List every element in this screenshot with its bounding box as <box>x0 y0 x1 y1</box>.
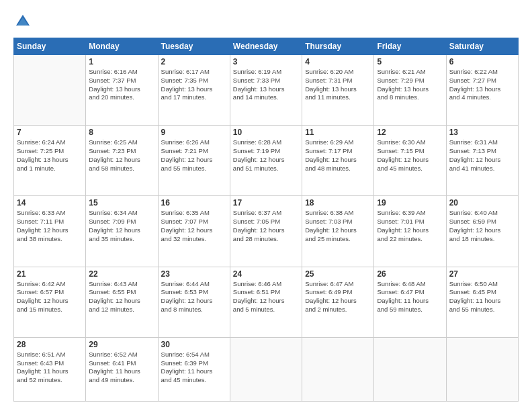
day-info: Sunrise: 6:17 AMSunset: 7:35 PMDaylight:… <box>161 68 227 102</box>
calendar-cell: 8Sunrise: 6:25 AMSunset: 7:23 PMDaylight… <box>86 126 158 196</box>
day-number: 2 <box>161 57 227 66</box>
calendar-cell <box>446 337 518 401</box>
day-number: 30 <box>161 340 227 349</box>
day-info: Sunrise: 6:21 AMSunset: 7:29 PMDaylight:… <box>377 68 443 102</box>
weekday-header-wednesday: Wednesday <box>230 38 302 55</box>
day-number: 14 <box>17 198 83 208</box>
day-info: Sunrise: 6:39 AMSunset: 7:01 PMDaylight:… <box>377 209 443 243</box>
day-info: Sunrise: 6:51 AMSunset: 6:43 PMDaylight:… <box>17 351 83 385</box>
day-info: Sunrise: 6:40 AMSunset: 6:59 PMDaylight:… <box>449 209 515 243</box>
calendar-cell: 7Sunrise: 6:24 AMSunset: 7:25 PMDaylight… <box>14 126 86 196</box>
day-info: Sunrise: 6:48 AMSunset: 6:47 PMDaylight:… <box>377 280 443 314</box>
day-info: Sunrise: 6:44 AMSunset: 6:53 PMDaylight:… <box>161 280 227 314</box>
day-number: 9 <box>161 128 227 137</box>
day-number: 3 <box>233 57 299 66</box>
weekday-header-sunday: Sunday <box>14 38 86 55</box>
weekday-header-monday: Monday <box>86 38 158 55</box>
day-info: Sunrise: 6:20 AMSunset: 7:31 PMDaylight:… <box>305 68 371 102</box>
calendar-cell: 25Sunrise: 6:47 AMSunset: 6:49 PMDayligh… <box>302 267 374 337</box>
day-info: Sunrise: 6:54 AMSunset: 6:39 PMDaylight:… <box>161 351 227 385</box>
day-info: Sunrise: 6:28 AMSunset: 7:19 PMDaylight:… <box>233 138 299 173</box>
header <box>13 12 519 31</box>
week-row-5: 28Sunrise: 6:51 AMSunset: 6:43 PMDayligh… <box>14 337 519 401</box>
calendar-cell <box>302 337 374 401</box>
day-number: 1 <box>89 57 154 66</box>
calendar-cell: 6Sunrise: 6:22 AMSunset: 7:27 PMDaylight… <box>446 55 518 126</box>
day-info: Sunrise: 6:30 AMSunset: 7:15 PMDaylight:… <box>377 138 443 173</box>
calendar-cell: 23Sunrise: 6:44 AMSunset: 6:53 PMDayligh… <box>158 267 230 337</box>
day-number: 20 <box>449 198 515 208</box>
day-info: Sunrise: 6:22 AMSunset: 7:27 PMDaylight:… <box>449 68 515 102</box>
day-info: Sunrise: 6:25 AMSunset: 7:23 PMDaylight:… <box>89 138 154 173</box>
calendar-cell: 18Sunrise: 6:38 AMSunset: 7:03 PMDayligh… <box>302 196 374 267</box>
calendar-cell: 26Sunrise: 6:48 AMSunset: 6:47 PMDayligh… <box>374 267 446 337</box>
calendar-table: SundayMondayTuesdayWednesdayThursdayFrid… <box>13 38 519 402</box>
day-info: Sunrise: 6:46 AMSunset: 6:51 PMDaylight:… <box>233 280 299 314</box>
day-info: Sunrise: 6:52 AMSunset: 6:41 PMDaylight:… <box>89 351 154 385</box>
day-info: Sunrise: 6:16 AMSunset: 7:37 PMDaylight:… <box>89 68 154 102</box>
page: SundayMondayTuesdayWednesdayThursdayFrid… <box>0 0 532 411</box>
day-number: 23 <box>161 269 227 279</box>
day-number: 27 <box>449 269 515 279</box>
day-info: Sunrise: 6:33 AMSunset: 7:11 PMDaylight:… <box>17 209 83 243</box>
day-number: 26 <box>377 269 443 279</box>
day-info: Sunrise: 6:34 AMSunset: 7:09 PMDaylight:… <box>89 209 154 243</box>
calendar-cell: 29Sunrise: 6:52 AMSunset: 6:41 PMDayligh… <box>86 337 158 401</box>
calendar-cell: 5Sunrise: 6:21 AMSunset: 7:29 PMDaylight… <box>374 55 446 126</box>
calendar-cell: 17Sunrise: 6:37 AMSunset: 7:05 PMDayligh… <box>230 196 302 267</box>
calendar-cell <box>374 337 446 401</box>
calendar-cell: 27Sunrise: 6:50 AMSunset: 6:45 PMDayligh… <box>446 267 518 337</box>
day-info: Sunrise: 6:42 AMSunset: 6:57 PMDaylight:… <box>17 280 83 314</box>
day-number: 29 <box>89 340 154 349</box>
calendar-cell <box>230 337 302 401</box>
calendar-cell: 14Sunrise: 6:33 AMSunset: 7:11 PMDayligh… <box>14 196 86 267</box>
week-row-2: 7Sunrise: 6:24 AMSunset: 7:25 PMDaylight… <box>14 126 519 196</box>
calendar-cell: 20Sunrise: 6:40 AMSunset: 6:59 PMDayligh… <box>446 196 518 267</box>
day-number: 22 <box>89 269 154 279</box>
weekday-header-tuesday: Tuesday <box>158 38 230 55</box>
day-info: Sunrise: 6:19 AMSunset: 7:33 PMDaylight:… <box>233 68 299 102</box>
day-number: 5 <box>377 57 443 66</box>
day-info: Sunrise: 6:37 AMSunset: 7:05 PMDaylight:… <box>233 209 299 243</box>
day-info: Sunrise: 6:29 AMSunset: 7:17 PMDaylight:… <box>305 138 371 173</box>
logo <box>13 12 35 31</box>
calendar-cell: 22Sunrise: 6:43 AMSunset: 6:55 PMDayligh… <box>86 267 158 337</box>
calendar-cell: 4Sunrise: 6:20 AMSunset: 7:31 PMDaylight… <box>302 55 374 126</box>
day-info: Sunrise: 6:31 AMSunset: 7:13 PMDaylight:… <box>449 138 515 173</box>
calendar-cell: 16Sunrise: 6:35 AMSunset: 7:07 PMDayligh… <box>158 196 230 267</box>
calendar-cell: 13Sunrise: 6:31 AMSunset: 7:13 PMDayligh… <box>446 126 518 196</box>
day-number: 15 <box>89 198 154 208</box>
calendar-cell: 21Sunrise: 6:42 AMSunset: 6:57 PMDayligh… <box>14 267 86 337</box>
calendar-cell: 19Sunrise: 6:39 AMSunset: 7:01 PMDayligh… <box>374 196 446 267</box>
calendar-cell: 28Sunrise: 6:51 AMSunset: 6:43 PMDayligh… <box>14 337 86 401</box>
day-number: 10 <box>233 128 299 137</box>
day-number: 18 <box>305 198 371 208</box>
day-info: Sunrise: 6:47 AMSunset: 6:49 PMDaylight:… <box>305 280 371 314</box>
calendar-cell: 30Sunrise: 6:54 AMSunset: 6:39 PMDayligh… <box>158 337 230 401</box>
day-number: 4 <box>305 57 371 66</box>
day-number: 7 <box>17 128 83 137</box>
day-info: Sunrise: 6:26 AMSunset: 7:21 PMDaylight:… <box>161 138 227 173</box>
day-info: Sunrise: 6:50 AMSunset: 6:45 PMDaylight:… <box>449 280 515 314</box>
week-row-3: 14Sunrise: 6:33 AMSunset: 7:11 PMDayligh… <box>14 196 519 267</box>
weekday-header-row: SundayMondayTuesdayWednesdayThursdayFrid… <box>14 38 519 55</box>
day-number: 21 <box>17 269 83 279</box>
day-number: 13 <box>449 128 515 137</box>
week-row-1: 1Sunrise: 6:16 AMSunset: 7:37 PMDaylight… <box>14 55 519 126</box>
calendar-cell: 24Sunrise: 6:46 AMSunset: 6:51 PMDayligh… <box>230 267 302 337</box>
day-number: 8 <box>89 128 154 137</box>
day-number: 16 <box>161 198 227 208</box>
weekday-header-saturday: Saturday <box>446 38 518 55</box>
calendar-cell: 9Sunrise: 6:26 AMSunset: 7:21 PMDaylight… <box>158 126 230 196</box>
day-number: 24 <box>233 269 299 279</box>
calendar-cell: 15Sunrise: 6:34 AMSunset: 7:09 PMDayligh… <box>86 196 158 267</box>
week-row-4: 21Sunrise: 6:42 AMSunset: 6:57 PMDayligh… <box>14 267 519 337</box>
weekday-header-friday: Friday <box>374 38 446 55</box>
day-number: 25 <box>305 269 371 279</box>
day-info: Sunrise: 6:43 AMSunset: 6:55 PMDaylight:… <box>89 280 154 314</box>
calendar-cell: 2Sunrise: 6:17 AMSunset: 7:35 PMDaylight… <box>158 55 230 126</box>
day-number: 6 <box>449 57 515 66</box>
day-number: 12 <box>377 128 443 137</box>
day-number: 11 <box>305 128 371 137</box>
calendar-cell: 10Sunrise: 6:28 AMSunset: 7:19 PMDayligh… <box>230 126 302 196</box>
